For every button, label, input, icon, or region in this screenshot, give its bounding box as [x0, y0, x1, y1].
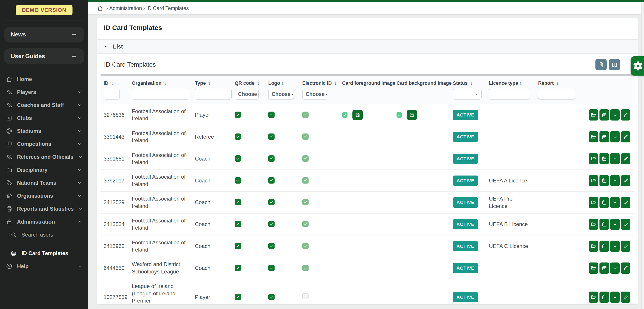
- sort-icon[interactable]: ↑↓: [333, 81, 336, 86]
- sidebar-item-national-teams[interactable]: National Teams: [0, 176, 88, 189]
- sidebar-item-players[interactable]: Players: [0, 86, 88, 99]
- checkbox-checked[interactable]: [268, 155, 274, 162]
- checkbox-checked[interactable]: [235, 112, 241, 118]
- edit-button[interactable]: [621, 197, 630, 208]
- checkbox-checked[interactable]: [268, 221, 274, 227]
- checkbox-checked[interactable]: [302, 199, 308, 205]
- sort-icon[interactable]: ↑↓: [282, 81, 284, 86]
- checkbox-checked[interactable]: [302, 265, 308, 271]
- sidebar-card-user-guides[interactable]: User Guides: [4, 48, 84, 64]
- open-button[interactable]: [589, 292, 598, 303]
- column-header-type[interactable]: Type↑↓: [191, 76, 231, 87]
- checkbox-checked[interactable]: [302, 243, 308, 249]
- sidebar-item-help[interactable]: Help: [0, 260, 88, 273]
- checkbox-checked[interactable]: [268, 294, 274, 300]
- checkbox-checked[interactable]: [268, 112, 274, 118]
- checkbox-checked[interactable]: [302, 221, 308, 227]
- open-button[interactable]: [589, 219, 598, 230]
- column-header-report[interactable]: Report↑↓: [534, 76, 581, 87]
- checkbox-checked[interactable]: [235, 221, 241, 227]
- open-button[interactable]: [589, 263, 598, 274]
- checkbox-checked[interactable]: [342, 112, 348, 118]
- sidebar-item-home[interactable]: Home: [0, 73, 88, 86]
- filter-select-qr_code[interactable]: Choose: [235, 89, 259, 99]
- schedule-button[interactable]: [600, 197, 609, 208]
- filter-input-organisation[interactable]: [132, 89, 189, 99]
- plus-icon[interactable]: [71, 53, 78, 60]
- sort-icon[interactable]: ↑↓: [110, 81, 113, 86]
- schedule-button[interactable]: [600, 219, 609, 230]
- column-header-qr_code[interactable]: QR code↑↓: [231, 76, 265, 87]
- edit-button[interactable]: [621, 241, 630, 252]
- home-icon[interactable]: [97, 5, 103, 11]
- list-section-header[interactable]: List: [97, 39, 638, 54]
- schedule-button[interactable]: [600, 241, 609, 252]
- sort-icon[interactable]: ↑↓: [207, 81, 210, 86]
- filter-select-logo[interactable]: Choose: [268, 89, 294, 99]
- checkbox-checked[interactable]: [235, 199, 241, 205]
- checkbox-checked[interactable]: [235, 265, 241, 271]
- schedule-button[interactable]: [600, 153, 609, 164]
- sort-icon[interactable]: ↑↓: [519, 81, 522, 86]
- checkbox-checked[interactable]: [235, 177, 241, 184]
- column-header-electronic_id[interactable]: Electronic ID↑↓: [299, 76, 338, 87]
- checkbox-checked[interactable]: [302, 155, 308, 162]
- breadcrumb-item[interactable]: Administration: [109, 5, 142, 11]
- edit-button[interactable]: [621, 292, 630, 303]
- checkbox-checked[interactable]: [235, 243, 241, 249]
- breadcrumb-item[interactable]: ID Card Templates: [146, 5, 189, 11]
- sidebar-item-stadiums[interactable]: Stadiums: [0, 125, 88, 137]
- open-button[interactable]: [589, 109, 598, 120]
- save-image-button[interactable]: [407, 110, 417, 120]
- filter-input-report[interactable]: [538, 89, 575, 99]
- filter-select-electronic_id[interactable]: Choose: [302, 89, 327, 99]
- checkbox-checked[interactable]: [302, 133, 308, 140]
- schedule-button[interactable]: [600, 175, 609, 186]
- expand-button[interactable]: [610, 175, 620, 186]
- edit-button[interactable]: [621, 175, 630, 186]
- expand-button[interactable]: [610, 109, 620, 120]
- checkbox-checked[interactable]: [235, 133, 241, 140]
- checkbox-checked[interactable]: [268, 177, 274, 184]
- schedule-button[interactable]: [600, 292, 609, 303]
- horizontal-scrollbar[interactable]: [100, 74, 634, 76]
- expand-button[interactable]: [610, 197, 620, 208]
- sidebar-item-reports-and-statistics[interactable]: Reports and Statistics: [0, 202, 88, 215]
- sidebar-item-search-users[interactable]: Search users: [0, 228, 88, 241]
- open-button[interactable]: [589, 197, 598, 208]
- open-button[interactable]: [589, 175, 598, 186]
- columns-button[interactable]: [609, 59, 620, 70]
- expand-button[interactable]: [610, 263, 620, 274]
- sidebar-item-referees-and-officials[interactable]: Referees and Officials: [0, 150, 88, 163]
- column-header-organisation[interactable]: Organisation↑↓: [128, 76, 191, 87]
- sort-icon[interactable]: ↑↓: [163, 81, 166, 86]
- expand-button[interactable]: [610, 219, 620, 230]
- edit-button[interactable]: [621, 131, 630, 142]
- sidebar-item-clubs[interactable]: Clubs: [0, 112, 88, 125]
- column-header-logo[interactable]: Logo↑↓: [265, 76, 299, 87]
- sidebar-item-coaches-and-staff[interactable]: Coaches and Staff: [0, 99, 88, 112]
- sort-icon[interactable]: ↑↓: [256, 81, 259, 86]
- filter-input-licence_type[interactable]: [489, 89, 530, 99]
- filter-input-id[interactable]: [104, 89, 120, 99]
- checkbox-unchecked[interactable]: [302, 293, 308, 300]
- checkbox-checked[interactable]: [268, 199, 274, 205]
- checkbox-checked[interactable]: [235, 294, 241, 300]
- schedule-button[interactable]: [600, 263, 609, 274]
- sidebar-item-administration[interactable]: Administration: [0, 215, 88, 228]
- sidebar-card-news[interactable]: News: [4, 27, 84, 42]
- checkbox-checked[interactable]: [396, 112, 402, 118]
- expand-button[interactable]: [610, 241, 620, 252]
- open-button[interactable]: [589, 131, 598, 142]
- checkbox-checked[interactable]: [302, 177, 308, 184]
- sidebar-item-organisations[interactable]: Organisations: [0, 189, 88, 202]
- filter-select-status[interactable]: [453, 89, 482, 99]
- column-header-status[interactable]: Status↑↓: [449, 76, 485, 87]
- checkbox-checked[interactable]: [268, 133, 274, 140]
- open-button[interactable]: [589, 241, 598, 252]
- expand-button[interactable]: [610, 153, 620, 164]
- checkbox-checked[interactable]: [302, 112, 308, 118]
- open-button[interactable]: [589, 153, 598, 164]
- schedule-button[interactable]: [600, 131, 609, 142]
- sidebar-item-id-card-templates[interactable]: ID Card Templates: [0, 247, 88, 260]
